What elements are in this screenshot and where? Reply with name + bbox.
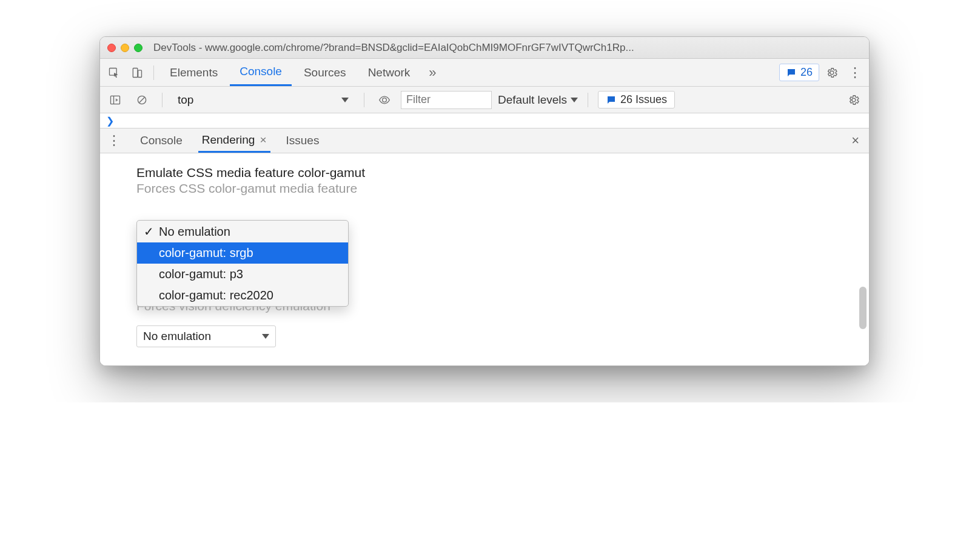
console-settings-gear-icon[interactable] (843, 90, 864, 110)
dropdown-option-label: color-gamut: p3 (159, 267, 243, 281)
log-levels-label: Default levels (498, 93, 567, 107)
svg-rect-2 (138, 70, 142, 77)
titlebar: DevTools - www.google.com/chrome/?brand=… (100, 37, 869, 59)
svg-rect-1 (133, 68, 138, 77)
window-title: DevTools - www.google.com/chrome/?brand=… (153, 42, 634, 54)
issues-chip[interactable]: 26 (779, 64, 819, 81)
rendering-panel: Emulate CSS media feature color-gamut Fo… (100, 153, 869, 365)
issues-count: 26 (800, 66, 813, 79)
drawer-tab-bar: ⋮ Console Rendering × Issues × (100, 128, 869, 153)
log-levels-select[interactable]: Default levels (498, 93, 578, 107)
close-tab-icon[interactable]: × (260, 133, 266, 147)
device-toolbar-icon[interactable] (127, 62, 147, 83)
drawer-kebab-icon[interactable]: ⋮ (104, 130, 124, 151)
color-gamut-section-desc: Forces CSS color-gamut media feature (136, 181, 845, 196)
inspect-element-icon[interactable] (104, 62, 124, 83)
color-gamut-dropdown[interactable]: ✓ No emulation color-gamut: srgb color-g… (136, 220, 349, 307)
chevron-down-icon (262, 334, 269, 339)
drawer-tab-console[interactable]: Console (136, 128, 186, 153)
execution-context-value: top (178, 93, 193, 107)
more-tabs-icon[interactable]: » (422, 62, 443, 83)
settings-gear-icon[interactable] (822, 62, 842, 83)
kebab-menu-icon[interactable]: ⋮ (845, 62, 865, 83)
vision-deficiency-select[interactable]: No emulation (136, 325, 276, 347)
console-filter-input[interactable] (401, 91, 492, 109)
execution-context-select[interactable]: top (172, 92, 354, 108)
dropdown-option-label: No emulation (159, 225, 230, 239)
tab-sources[interactable]: Sources (294, 59, 356, 86)
drawer-tab-rendering-label: Rendering (202, 133, 255, 147)
check-icon: ✓ (143, 224, 154, 239)
dropdown-option-rec2020[interactable]: color-gamut: rec2020 (137, 285, 348, 306)
window-controls (107, 44, 142, 52)
issues-pill[interactable]: 26 Issues (598, 91, 675, 108)
tab-console[interactable]: Console (230, 59, 292, 86)
main-tab-bar: Elements Console Sources Network » 26 ⋮ (100, 59, 869, 87)
dropdown-option-no-emulation[interactable]: ✓ No emulation (137, 221, 348, 242)
zoom-window-button[interactable] (134, 44, 142, 52)
drawer-tab-rendering[interactable]: Rendering × (198, 128, 270, 153)
tab-elements[interactable]: Elements (160, 59, 227, 86)
scrollbar-thumb[interactable] (859, 287, 867, 329)
clear-console-icon[interactable] (132, 90, 152, 110)
vision-deficiency-value: No emulation (143, 330, 211, 343)
chevron-down-icon (571, 98, 578, 102)
separator (162, 93, 163, 107)
drawer-close-icon[interactable]: × (851, 133, 859, 148)
chevron-down-icon (341, 98, 349, 102)
svg-line-6 (139, 97, 144, 102)
dropdown-option-srgb[interactable]: color-gamut: srgb (137, 242, 348, 264)
issues-pill-label: 26 Issues (620, 93, 667, 106)
separator (364, 93, 364, 107)
live-expression-eye-icon[interactable] (374, 90, 395, 110)
close-window-button[interactable] (107, 44, 116, 52)
drawer-tab-issues[interactable]: Issues (283, 128, 323, 153)
tab-network[interactable]: Network (358, 59, 420, 86)
minimize-window-button[interactable] (121, 44, 129, 52)
dropdown-option-label: color-gamut: srgb (159, 246, 253, 260)
console-sidebar-toggle-icon[interactable] (105, 90, 126, 110)
color-gamut-section-title: Emulate CSS media feature color-gamut (136, 165, 845, 180)
console-prompt[interactable]: ❯ (100, 113, 869, 128)
separator (153, 65, 154, 80)
dropdown-option-p3[interactable]: color-gamut: p3 (137, 264, 348, 285)
devtools-window: DevTools - www.google.com/chrome/?brand=… (99, 36, 870, 366)
separator (588, 93, 588, 107)
console-toolbar: top Default levels 26 Issues (100, 87, 869, 113)
svg-rect-3 (111, 96, 120, 104)
dropdown-option-label: color-gamut: rec2020 (159, 288, 273, 302)
